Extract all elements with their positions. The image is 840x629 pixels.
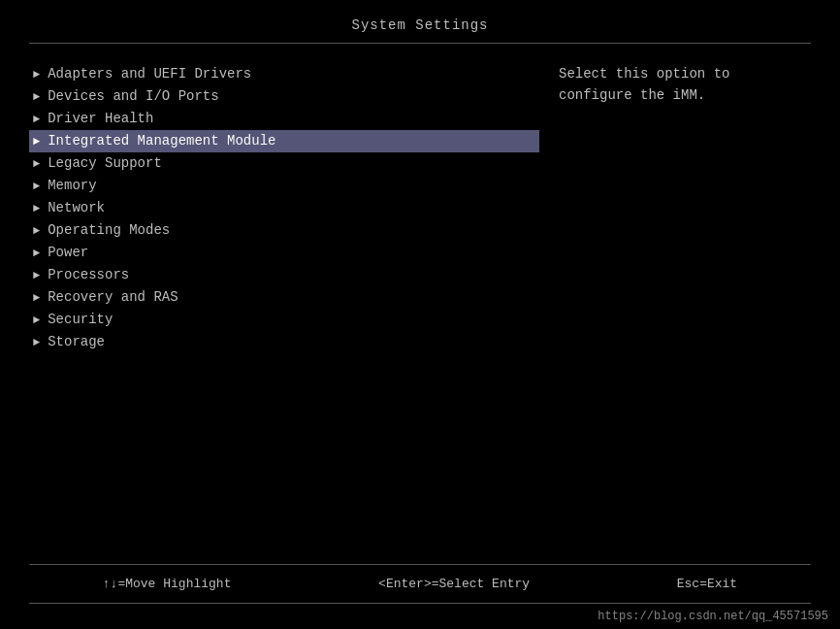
menu-label-1: Devices and I/O Ports [48,86,218,107]
menu-item-10[interactable]: ►Recovery and RAS [29,286,539,309]
footer: ↑↓=Move Highlight <Enter>=Select Entry E… [0,565,840,603]
menu-arrow-6: ► [33,200,40,217]
help-text: Select this option to configure the iMM. [559,66,729,103]
system-settings-screen: System Settings ►Adapters and UEFI Drive… [0,0,840,629]
menu-label-9: Processors [48,265,129,285]
menu-arrow-8: ► [33,245,40,262]
menu-label-10: Recovery and RAS [48,287,178,308]
menu-item-9[interactable]: ►Processors [29,264,539,286]
menu-label-4: Legacy Support [48,153,162,174]
footer-exit: Esc=Exit [677,577,737,591]
menu-item-8[interactable]: ►Power [29,242,539,264]
menu-label-12: Storage [48,332,105,352]
menu-item-5[interactable]: ►Memory [29,175,539,197]
help-panel: Select this option to configure the iMM. [539,63,811,554]
menu-panel: ►Adapters and UEFI Drivers►Devices and I… [29,63,539,554]
menu-arrow-1: ► [33,88,40,106]
menu-arrow-0: ► [33,66,40,83]
content-area: ►Adapters and UEFI Drivers►Devices and I… [0,44,840,564]
menu-item-2[interactable]: ►Driver Health [29,108,539,130]
menu-item-11[interactable]: ►Security [29,309,539,331]
menu-label-2: Driver Health [48,109,153,129]
menu-arrow-4: ► [33,155,40,173]
menu-item-3[interactable]: ►Integrated Management Module [29,130,539,152]
menu-arrow-10: ► [33,289,40,307]
footer-move: ↑↓=Move Highlight [103,577,232,591]
menu-arrow-11: ► [33,312,40,329]
menu-arrow-2: ► [33,111,40,128]
menu-item-4[interactable]: ►Legacy Support [29,152,539,175]
menu-item-0[interactable]: ►Adapters and UEFI Drivers [29,63,539,85]
menu-label-0: Adapters and UEFI Drivers [48,64,251,84]
menu-item-6[interactable]: ►Network [29,197,539,219]
url-bar: https://blog.csdn.net/qq_45571595 [0,604,840,629]
menu-arrow-3: ► [33,133,40,150]
menu-label-8: Power [48,243,88,263]
menu-arrow-9: ► [33,267,40,284]
footer-select: <Enter>=Select Entry [378,577,530,591]
menu-label-3: Integrated Management Module [48,131,275,151]
menu-item-12[interactable]: ►Storage [29,331,539,353]
menu-arrow-12: ► [33,334,40,351]
menu-label-6: Network [48,198,105,218]
menu-label-7: Operating Modes [48,220,170,241]
menu-label-5: Memory [48,176,96,196]
page-title: System Settings [0,0,840,43]
menu-item-1[interactable]: ►Devices and I/O Ports [29,85,539,108]
menu-arrow-5: ► [33,178,40,195]
menu-item-7[interactable]: ►Operating Modes [29,219,539,242]
menu-arrow-7: ► [33,222,40,240]
menu-label-11: Security [48,310,113,330]
